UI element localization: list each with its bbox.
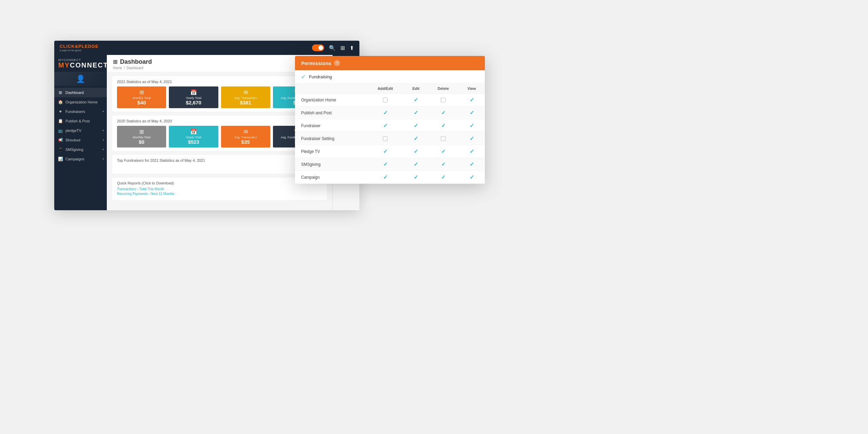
stat-icon-avg-transaction: ✉	[243, 89, 248, 96]
breadcrumb-home[interactable]: Home	[113, 66, 122, 70]
permissions-body: ✓ Fundraising Add/Edit Edit Delete View …	[295, 70, 485, 184]
permissions-table-header-row: Add/Edit Edit Delete View	[295, 84, 485, 94]
publish-post-icon: 📋	[58, 119, 63, 123]
perm-add_edit[interactable]	[367, 94, 404, 106]
theme-toggle[interactable]	[312, 44, 324, 51]
sidebar-item-fundraisers[interactable]: ♥ Fundraisers +	[54, 107, 107, 116]
fundraising-label: Fundraising	[309, 74, 332, 79]
table-row: SMSgiving✓✓✓✓	[295, 158, 485, 171]
grid-icon[interactable]: ⊞	[340, 45, 345, 51]
top-nav-icons: 🔍 ⊞ ⬆	[312, 44, 354, 51]
perm-edit[interactable]: ✓	[404, 132, 428, 145]
perm-edit[interactable]: ✓	[404, 171, 428, 184]
campaigns-expand-icon: +	[102, 157, 104, 161]
perm-edit[interactable]: ✓	[404, 145, 428, 158]
quick-report-link-2[interactable]: Recurring Payments - Next 12 Months	[117, 192, 322, 196]
shoutout-expand-icon: +	[102, 138, 104, 142]
perm-view[interactable]: ✓	[458, 158, 485, 171]
sidebar-label-dashboard: Dashboard	[65, 91, 84, 95]
brand-click: CLICK&PLEDGE	[60, 44, 99, 49]
stats-2020-cards: ⊞ Monthly Total $0 📅 Yearly Total $523 ✉…	[117, 126, 322, 147]
stat-label-avg-transaction: Avg. Transaction	[234, 96, 257, 100]
perm-delete[interactable]: ✓	[428, 171, 458, 184]
perm-view[interactable]: ✓	[458, 119, 485, 132]
stat-icon-monthly: ⊞	[139, 89, 144, 96]
perm-row-label: Fundraiser Setting	[295, 132, 367, 145]
stat-card-avg-transaction-2020: ✉ Avg. Transaction $35	[221, 126, 270, 147]
stat-icon-yearly: 📅	[190, 89, 197, 96]
top-fundraisers-title: Top Fundraisers for 2021 Statistics as o…	[117, 158, 322, 162]
sidebar-label-campaigns: Campaigns	[65, 157, 84, 161]
stat-card-yearly-total-2020: 📅 Yearly Total $523	[169, 126, 218, 147]
campaigns-icon: 📊	[58, 157, 63, 161]
perm-edit[interactable]: ✓	[404, 106, 428, 119]
brand-tagline: it pays to be good	[60, 49, 99, 52]
stat-icon-avg-transaction-2020: ✉	[243, 129, 248, 135]
stat-card-avg-transaction-2021: ✉ Avg. Transaction $381	[221, 86, 270, 108]
perm-add_edit[interactable]	[367, 132, 404, 145]
breadcrumb: Home / Dashboard	[113, 66, 326, 70]
perm-add_edit[interactable]: ✓	[367, 106, 404, 119]
permissions-table: Add/Edit Edit Delete View Organization H…	[295, 84, 485, 184]
table-row: Fundraiser Setting✓✓	[295, 132, 485, 145]
sidebar-item-publish-post[interactable]: 📋 Publish & Post	[54, 116, 107, 126]
table-row: Fundraiser✓✓✓✓	[295, 119, 485, 132]
perm-view[interactable]: ✓	[458, 94, 485, 106]
sidebar-item-campaigns[interactable]: 📊 Campaigns +	[54, 154, 107, 164]
stat-label-yearly: Yearly Total	[186, 96, 201, 100]
upload-icon[interactable]: ⬆	[350, 45, 354, 51]
stat-card-monthly-total-2021: ⊞ Monthly Total $40	[117, 86, 166, 108]
org-home-icon: 🏠	[58, 100, 63, 104]
permissions-overlay: Permissions ? ✓ Fundraising Add/Edit Edi…	[295, 56, 485, 184]
perm-view[interactable]: ✓	[458, 106, 485, 119]
stat-value-yearly-2020: $523	[188, 139, 199, 145]
perm-row-label: Pledge TV	[295, 145, 367, 158]
help-icon[interactable]: ?	[334, 60, 340, 66]
search-icon[interactable]: 🔍	[329, 45, 336, 51]
perm-row-label: Publish and Post	[295, 106, 367, 119]
stat-icon-monthly-2020: ⊞	[139, 129, 144, 135]
col-header-view: View	[458, 84, 485, 94]
perm-row-label: Campaign	[295, 171, 367, 184]
perm-view[interactable]: ✓	[458, 145, 485, 158]
col-header-delete: Delete	[428, 84, 458, 94]
perm-edit[interactable]: ✓	[404, 158, 428, 171]
sidebar-item-shoutout[interactable]: 📢 Shoutout +	[54, 135, 107, 145]
table-row: Publish and Post✓✓✓✓	[295, 106, 485, 119]
sidebar-item-dashboard[interactable]: ⊞ Dashboard	[54, 88, 107, 97]
col-header-edit: Edit	[404, 84, 428, 94]
page-title: ⊞ Dashboard	[113, 58, 326, 65]
perm-view[interactable]: ✓	[458, 132, 485, 145]
perm-delete[interactable]: ✓	[428, 145, 458, 158]
fundraising-check-icon: ✓	[301, 74, 305, 80]
quick-report-link-1[interactable]: Transactions - Total This Month	[117, 187, 322, 191]
perm-row-label: Fundraiser	[295, 119, 367, 132]
perm-add_edit[interactable]: ✓	[367, 158, 404, 171]
perm-edit[interactable]: ✓	[404, 119, 428, 132]
stat-label-monthly: Monthly Total	[133, 96, 151, 100]
col-header-item	[295, 84, 367, 94]
sidebar-label-fundraisers: Fundraisers	[65, 110, 85, 114]
perm-add_edit[interactable]: ✓	[367, 145, 404, 158]
sidebar-nav: ⊞ Dashboard 🏠 Organization Home ♥ Fundra…	[54, 86, 107, 210]
perm-add_edit[interactable]: ✓	[367, 171, 404, 184]
smsgiving-icon: 📱	[58, 147, 63, 152]
perm-add_edit[interactable]: ✓	[367, 119, 404, 132]
sidebar-label-pledgetv: pledgeTV	[65, 129, 81, 133]
perm-view[interactable]: ✓	[458, 171, 485, 184]
perm-edit[interactable]: ✓	[404, 94, 428, 106]
quick-reports-title: Quick Reports (Click to Download)	[117, 181, 322, 185]
perm-delete[interactable]: ✓	[428, 119, 458, 132]
perm-delete[interactable]: ✓	[428, 158, 458, 171]
perm-delete[interactable]: ✓	[428, 106, 458, 119]
stats-2021-cards: ⊞ Monthly Total $40 📅 Yearly Total $2,67…	[117, 86, 322, 108]
perm-delete[interactable]	[428, 132, 458, 145]
stat-card-monthly-total-2020: ⊞ Monthly Total $0	[117, 126, 166, 147]
sidebar-item-pledgetv[interactable]: 📺 pledgeTV +	[54, 126, 107, 135]
perm-row-label: SMSgiving	[295, 158, 367, 171]
sidebar-item-smsgiving[interactable]: 📱 SMSgiving +	[54, 145, 107, 154]
perm-delete[interactable]	[428, 94, 458, 106]
sidebar-item-org-home[interactable]: 🏠 Organization Home	[54, 97, 107, 107]
sidebar-label-publish-post: Publish & Post	[65, 119, 90, 123]
sidebar-label-org-home: Organization Home	[65, 100, 98, 104]
